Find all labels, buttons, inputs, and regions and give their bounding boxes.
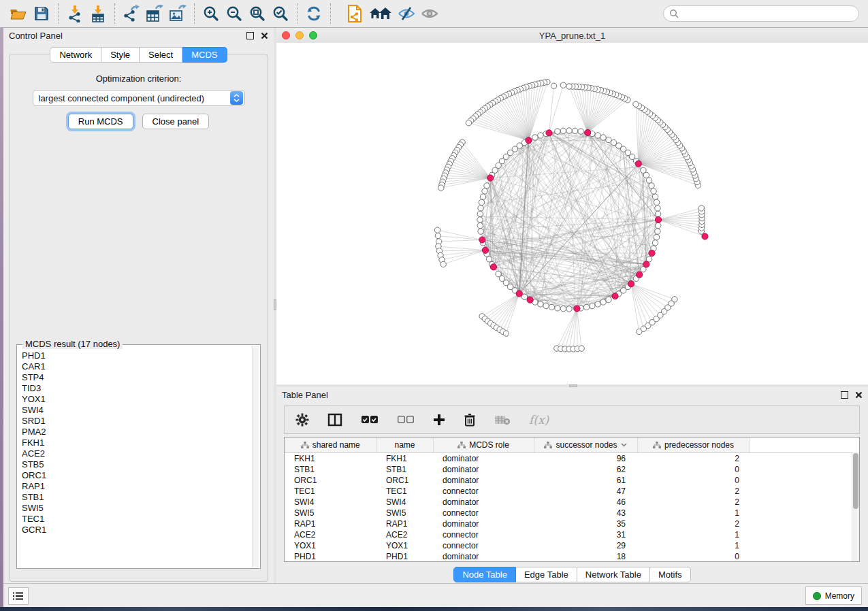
table-row[interactable]: ACE2ACE2connector311 xyxy=(285,529,854,540)
graph-node[interactable] xyxy=(633,101,639,107)
float-panel-icon[interactable] xyxy=(841,391,848,399)
column-header-name[interactable]: name xyxy=(376,437,433,453)
delete-column-icon[interactable] xyxy=(464,413,476,427)
table-cell[interactable]: 2 xyxy=(637,486,750,497)
graph-node[interactable] xyxy=(655,205,660,211)
table-cell[interactable]: ORC1 xyxy=(376,475,433,486)
graph-node[interactable] xyxy=(655,229,660,234)
table-cell[interactable]: RAP1 xyxy=(285,518,376,529)
graph-node[interactable] xyxy=(479,199,484,205)
table-row[interactable]: STB1STB1dominator620 xyxy=(285,464,854,475)
graph-node[interactable] xyxy=(532,135,538,140)
refresh-icon[interactable] xyxy=(304,4,323,23)
mcds-result-item[interactable]: PHD1 xyxy=(22,350,253,361)
graph-mcds-node[interactable] xyxy=(649,250,655,257)
table-cell[interactable]: 2 xyxy=(637,518,750,529)
task-history-button[interactable] xyxy=(8,587,29,605)
graph-node[interactable] xyxy=(656,222,661,228)
table-row[interactable]: RAP1RAP1dominator352 xyxy=(285,518,854,529)
table-row[interactable]: SWI5SWI5connector431 xyxy=(285,508,854,518)
table-cell[interactable]: TEC1 xyxy=(285,486,376,497)
graph-node[interactable] xyxy=(440,261,446,267)
gear-icon[interactable] xyxy=(295,413,309,427)
graph-node[interactable] xyxy=(698,205,704,211)
table-cell[interactable]: 29 xyxy=(534,540,637,551)
table-cell[interactable] xyxy=(750,486,854,497)
graph-node[interactable] xyxy=(641,167,646,173)
column-header-mcds-role[interactable]: MCDS role xyxy=(433,437,534,453)
graph-node[interactable] xyxy=(652,240,658,246)
search-box[interactable] xyxy=(663,5,859,22)
table-cell[interactable]: STB1 xyxy=(376,464,433,475)
tab-mcds[interactable]: MCDS xyxy=(182,47,227,63)
table-cell[interactable]: PHD1 xyxy=(376,551,433,562)
table-cell[interactable] xyxy=(750,508,854,518)
table-cell[interactable] xyxy=(750,540,854,551)
table-cell[interactable] xyxy=(750,453,854,465)
zoom-out-icon[interactable] xyxy=(225,4,244,23)
table-cell[interactable]: 18 xyxy=(534,551,637,562)
export-table-icon[interactable] xyxy=(145,4,164,23)
table-cell[interactable]: RAP1 xyxy=(376,518,433,529)
table-cell[interactable]: YOX1 xyxy=(376,540,433,551)
zoom-fit-icon[interactable] xyxy=(248,4,267,23)
tab-motifs[interactable]: Motifs xyxy=(650,567,691,582)
table-row[interactable]: ORC1ORC1dominator610 xyxy=(285,475,854,486)
table-cell[interactable]: SWI5 xyxy=(376,508,433,518)
tab-network-table[interactable]: Network Table xyxy=(577,567,650,582)
graph-node[interactable] xyxy=(477,211,483,216)
graph-node[interactable] xyxy=(600,299,606,305)
mcds-result-list[interactable]: PHD1CAR1STP4TID3YOX1SWI4SRD1PMA2FKH1ACE2… xyxy=(18,350,253,567)
graph-node[interactable] xyxy=(478,229,483,234)
table-cell[interactable]: SWI5 xyxy=(285,508,376,518)
table-row[interactable]: SWI4SWI4dominator462 xyxy=(285,497,854,508)
mcds-result-item[interactable]: STB5 xyxy=(22,459,253,470)
table-cell[interactable] xyxy=(750,518,854,529)
graph-node[interactable] xyxy=(478,205,483,211)
column-header-predecessor-nodes[interactable]: predecessor nodes xyxy=(637,437,750,453)
add-column-icon[interactable] xyxy=(433,414,445,426)
open-folder-icon[interactable] xyxy=(9,4,28,23)
tab-select[interactable]: Select xyxy=(140,47,182,63)
graph-node[interactable] xyxy=(555,129,560,134)
graph-node[interactable] xyxy=(652,194,658,199)
table-row[interactable]: FKH1FKH1dominator962 xyxy=(285,453,854,465)
close-panel-button[interactable]: Close panel xyxy=(142,114,210,129)
table-cell[interactable]: 61 xyxy=(534,475,637,486)
mcds-result-item[interactable]: CAR1 xyxy=(22,361,253,372)
graph-node[interactable] xyxy=(543,303,549,308)
search-input[interactable] xyxy=(682,8,858,20)
table-cell[interactable]: dominator xyxy=(433,518,534,529)
graph-mcds-node[interactable] xyxy=(612,293,618,299)
table-cell[interactable]: FKH1 xyxy=(285,453,376,465)
graph-node[interactable] xyxy=(672,297,677,302)
graph-node[interactable] xyxy=(560,306,566,312)
table-scrollbar[interactable] xyxy=(852,452,859,561)
tab-network[interactable]: Network xyxy=(50,47,101,63)
table-cell[interactable]: connector xyxy=(433,529,534,540)
network-file-share-icon[interactable] xyxy=(345,4,364,23)
column-header-shared-name[interactable]: shared name xyxy=(285,437,376,453)
graph-node[interactable] xyxy=(606,297,611,302)
table-cell[interactable]: ORC1 xyxy=(285,475,376,486)
table-cell[interactable]: 62 xyxy=(534,464,637,475)
graph-node[interactable] xyxy=(438,185,444,191)
column-header-successor-nodes[interactable]: successor nodes xyxy=(534,437,637,453)
table-row[interactable]: TEC1TEC1connector472 xyxy=(285,486,854,497)
table-cell[interactable]: 31 xyxy=(534,529,637,540)
export-network-icon[interactable] xyxy=(122,4,141,23)
memory-button[interactable]: Memory xyxy=(805,587,862,605)
close-panel-icon[interactable] xyxy=(855,391,863,399)
float-panel-icon[interactable] xyxy=(246,32,254,39)
houses-icon[interactable] xyxy=(368,4,393,23)
table-cell[interactable]: connector xyxy=(433,486,534,497)
mcds-result-item[interactable]: PMA2 xyxy=(22,427,253,437)
table-cell[interactable] xyxy=(750,475,854,486)
tab-style[interactable]: Style xyxy=(101,47,140,63)
mcds-result-item[interactable]: ORC1 xyxy=(22,470,253,481)
mcds-result-item[interactable]: FKH1 xyxy=(22,437,253,448)
table-cell[interactable] xyxy=(750,529,854,540)
graph-mcds-node[interactable] xyxy=(702,233,708,240)
graph-mcds-node[interactable] xyxy=(516,291,522,297)
graph-node[interactable] xyxy=(595,133,600,138)
